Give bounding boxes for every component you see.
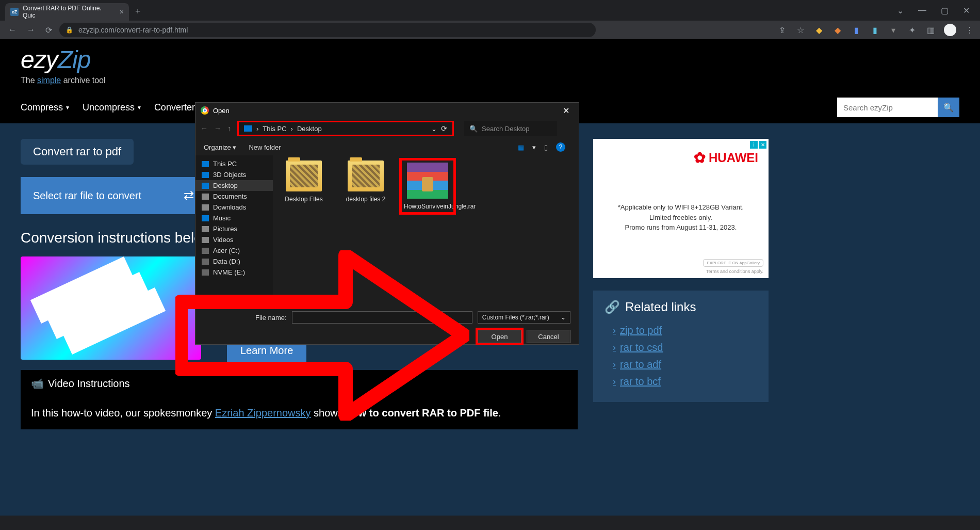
video-thumbnail[interactable] bbox=[21, 256, 201, 360]
chevron-down-icon[interactable]: ⌄ bbox=[431, 125, 437, 133]
tree-item-downloads[interactable]: Downloads bbox=[195, 202, 273, 213]
advertisement[interactable]: i✕ ✿HUAWEI *Applicable only to WIFI 8+12… bbox=[593, 139, 769, 278]
star-icon[interactable]: ☆ bbox=[795, 25, 806, 35]
reload-button[interactable]: ⟳ bbox=[42, 23, 55, 37]
tree-item-3dobjects[interactable]: 3D Objects bbox=[195, 169, 273, 180]
browser-tab-bar: eZ Convert RAR to PDF Online. Quic × + ⌄… bbox=[0, 0, 980, 21]
site-header: ezyZip The simple archive tool bbox=[0, 39, 980, 91]
crumb-chevron-icon: › bbox=[256, 125, 258, 133]
new-folder-button[interactable]: New folder bbox=[249, 143, 281, 151]
preview-pane-icon[interactable]: ▯ bbox=[544, 143, 548, 151]
breadcrumb-item[interactable]: This PC bbox=[263, 125, 286, 133]
related-link[interactable]: ›zip to pdf bbox=[605, 325, 757, 336]
chevron-right-icon: › bbox=[613, 342, 616, 353]
nav-compress[interactable]: Compress▼ bbox=[21, 102, 70, 113]
back-button[interactable]: ← bbox=[5, 23, 20, 37]
tree-item-desktop[interactable]: Desktop bbox=[195, 180, 273, 191]
video-instructions-header: 📹 Video Instructions bbox=[21, 370, 578, 397]
forward-button[interactable]: → bbox=[24, 23, 38, 37]
sidepanel-icon[interactable]: ▥ bbox=[925, 25, 936, 35]
spokesmonkey-link[interactable]: Ezriah Zippernowsky bbox=[215, 407, 311, 419]
filetype-select[interactable]: Custom Files (*.rar;*.rar)⌄ bbox=[478, 311, 570, 324]
search-input[interactable] bbox=[837, 98, 938, 117]
disk-icon bbox=[202, 248, 209, 254]
dialog-breadcrumb[interactable]: › This PC › Desktop ⌄ ⟳ bbox=[237, 121, 454, 136]
close-window-icon[interactable]: ✕ bbox=[963, 6, 970, 15]
chevron-down-icon[interactable]: ▾ bbox=[532, 143, 536, 151]
nav-uncompress[interactable]: Uncompress▼ bbox=[83, 102, 142, 113]
favicon: eZ bbox=[10, 8, 19, 16]
ad-info-icon[interactable]: i bbox=[750, 141, 758, 149]
organize-menu[interactable]: Organize ▾ bbox=[204, 143, 236, 151]
dialog-up-button[interactable]: ↑ bbox=[227, 124, 231, 133]
tree-item-documents[interactable]: Documents bbox=[195, 191, 273, 202]
related-links-panel: 🔗 Related links ›zip to pdf ›rar to csd … bbox=[593, 291, 769, 402]
dialog-close-button[interactable]: ✕ bbox=[559, 106, 574, 116]
minimize-icon[interactable]: — bbox=[918, 6, 926, 15]
search-button[interactable]: 🔍 bbox=[938, 98, 959, 117]
maximize-icon[interactable]: ▢ bbox=[941, 6, 949, 15]
link-icon: 🔗 bbox=[605, 300, 620, 314]
filename-label: File name: bbox=[255, 314, 287, 322]
chevron-right-icon: › bbox=[613, 325, 616, 336]
video-icon bbox=[202, 237, 209, 243]
tree-item-pictures[interactable]: Pictures bbox=[195, 223, 273, 234]
site-logo[interactable]: ezyZip The simple archive tool bbox=[21, 45, 106, 85]
profile-avatar[interactable] bbox=[944, 24, 956, 36]
dialog-title: Open bbox=[213, 107, 230, 115]
chevron-right-icon: › bbox=[613, 376, 616, 387]
video-icon: 📹 bbox=[31, 377, 44, 390]
logo-part2: Zip bbox=[58, 46, 91, 73]
menu-icon[interactable]: ⋮ bbox=[965, 25, 975, 35]
close-tab-icon[interactable]: × bbox=[120, 8, 124, 16]
file-item-rar[interactable]: HowtoSuriviveinJungle.rar bbox=[402, 160, 453, 212]
address-bar[interactable]: 🔒 ezyzip.com/convert-rar-to-pdf.html bbox=[59, 23, 596, 37]
share-icon[interactable]: ⇪ bbox=[777, 25, 787, 35]
file-item-folder[interactable]: desktop files 2 bbox=[340, 160, 391, 203]
extension-icon[interactable]: ◆ bbox=[814, 25, 824, 35]
breadcrumb-item[interactable]: Desktop bbox=[297, 125, 322, 133]
select-file-button[interactable]: Select rar file to convert ⇄ bbox=[21, 177, 206, 214]
open-button[interactable]: Open bbox=[478, 330, 521, 343]
folder-icon bbox=[286, 160, 322, 191]
extension-icon[interactable]: ◆ bbox=[832, 25, 843, 35]
search-placeholder: Search Desktop bbox=[482, 125, 530, 133]
cancel-button[interactable]: Cancel bbox=[527, 330, 570, 343]
chevron-down-icon: ⌄ bbox=[561, 314, 566, 321]
dialog-forward-button[interactable]: → bbox=[214, 124, 221, 133]
help-icon[interactable]: ? bbox=[556, 142, 565, 152]
dialog-file-list: Desktop FIles desktop files 2 HowtoSuriv… bbox=[273, 155, 579, 305]
extension-icon[interactable]: ▾ bbox=[888, 25, 899, 35]
related-link[interactable]: ›rar to csd bbox=[605, 342, 757, 354]
dialog-tree: This PC 3D Objects Desktop Documents Dow… bbox=[195, 155, 273, 305]
dialog-search-input[interactable]: 🔍 Search Desktop bbox=[464, 121, 557, 136]
browser-tab[interactable]: eZ Convert RAR to PDF Online. Quic × bbox=[5, 3, 129, 21]
file-label: Desktop FIles bbox=[278, 196, 330, 203]
extension-icon[interactable]: ▮ bbox=[870, 25, 880, 35]
extensions-icon[interactable]: ✦ bbox=[907, 25, 917, 35]
tree-item-thispc[interactable]: This PC bbox=[195, 158, 273, 169]
chevron-right-icon: › bbox=[613, 359, 616, 370]
tree-item-videos[interactable]: Videos bbox=[195, 234, 273, 245]
dialog-back-button[interactable]: ← bbox=[201, 124, 208, 133]
file-item-folder[interactable]: Desktop FIles bbox=[278, 160, 330, 203]
tree-item-drive-e[interactable]: NVME (E:) bbox=[195, 267, 273, 278]
disk-icon bbox=[202, 259, 209, 265]
new-tab-button[interactable]: + bbox=[135, 6, 141, 17]
chevron-down-icon[interactable]: ⌄ bbox=[897, 6, 904, 15]
chrome-icon bbox=[201, 106, 209, 115]
related-link[interactable]: ›rar to adf bbox=[605, 359, 757, 371]
caret-icon: ▼ bbox=[137, 105, 142, 110]
file-label: desktop files 2 bbox=[340, 196, 391, 203]
tree-item-drive-c[interactable]: Acer (C:) bbox=[195, 245, 273, 256]
filename-input[interactable] bbox=[292, 311, 472, 324]
extension-icon[interactable]: ▮ bbox=[851, 25, 861, 35]
crumb-chevron-icon: › bbox=[291, 125, 293, 133]
view-mode-icon[interactable]: ▦ bbox=[518, 143, 524, 151]
refresh-icon[interactable]: ⟳ bbox=[441, 124, 447, 133]
browser-toolbar: ← → ⟳ 🔒 ezyzip.com/convert-rar-to-pdf.ht… bbox=[0, 21, 980, 39]
tree-item-music[interactable]: Music bbox=[195, 213, 273, 223]
tree-item-drive-d[interactable]: Data (D:) bbox=[195, 256, 273, 267]
ad-close-icon[interactable]: ✕ bbox=[759, 141, 766, 149]
related-link[interactable]: ›rar to bcf bbox=[605, 376, 757, 388]
